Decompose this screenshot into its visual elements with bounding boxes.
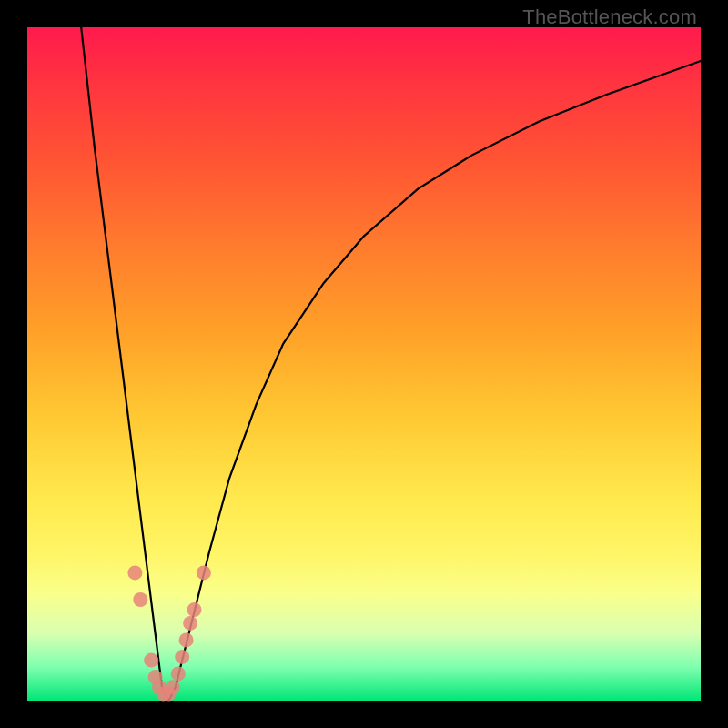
data-point-marker <box>133 592 147 607</box>
data-point-marker <box>179 632 194 647</box>
chart-svg <box>27 27 701 701</box>
data-point-marker <box>127 565 142 580</box>
bottleneck-curve <box>81 27 701 701</box>
data-point-markers <box>127 565 211 701</box>
data-point-marker <box>144 653 158 668</box>
data-point-marker <box>187 602 202 617</box>
data-point-marker <box>166 680 180 694</box>
data-point-marker <box>197 565 211 580</box>
data-point-marker <box>175 650 189 664</box>
attribution-watermark: TheBottleneck.com <box>522 5 697 29</box>
plot-area <box>27 27 701 701</box>
chart-frame: TheBottleneck.com <box>0 0 728 728</box>
data-point-marker <box>183 616 197 631</box>
data-point-marker <box>171 666 186 681</box>
